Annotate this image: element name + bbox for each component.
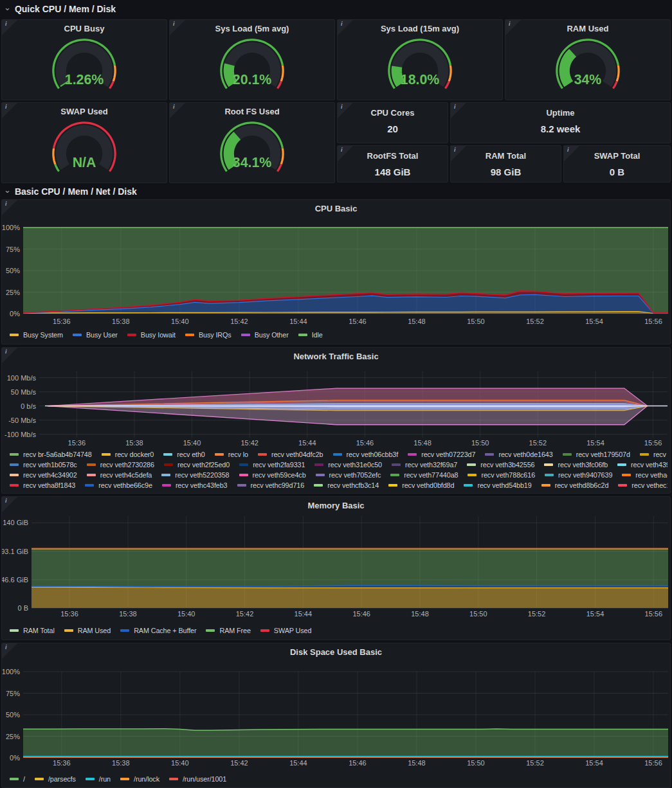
legend-item[interactable]: recv veth5220358	[161, 471, 229, 479]
legend-swatch	[10, 778, 19, 780]
stat-title[interactable]: RootFS Total	[338, 151, 448, 161]
legend-item[interactable]: recv vetha8f1843	[10, 481, 75, 489]
legend-item[interactable]: recv vethbe66c9e	[85, 481, 152, 489]
gauge-title[interactable]: SWAP Used	[2, 107, 167, 116]
legend-label: recv veth07223d7	[421, 451, 475, 458]
cpu-basic-plot[interactable]: 0%25%50%75%100%15:3615:3815:4015:4215:44…	[2, 200, 671, 327]
legend-label: recv veth1b0578c	[23, 461, 77, 469]
panel-title-memory-basic[interactable]: Memory Basic	[2, 501, 670, 510]
legend-item[interactable]: recv veth3b42556	[467, 461, 534, 469]
legend-item[interactable]: recv vethd54bb19	[464, 481, 531, 489]
legend-item[interactable]: Busy Iowait	[127, 331, 176, 339]
gauge-title[interactable]: Sys Load (5m avg)	[170, 24, 334, 33]
legend-item[interactable]: recv veth788c616	[468, 471, 535, 479]
disk-space-plot[interactable]: 0%25%50%75%100%15:3615:3815:4015:4215:44…	[2, 643, 671, 769]
legend-label: recv veth2fa9331	[253, 461, 305, 469]
legend-item[interactable]: /run	[86, 775, 111, 783]
gauge-title[interactable]: CPU Busy	[2, 24, 167, 33]
legend-item[interactable]: recv veth9407639	[545, 471, 612, 479]
legend-item[interactable]: recv vethcfb3c14	[314, 481, 379, 489]
svg-text:0%: 0%	[10, 754, 20, 762]
legend-item[interactable]: recv vethc99d716	[237, 481, 305, 489]
legend-item[interactable]: /parsecfs	[35, 775, 76, 783]
legend-swatch	[87, 474, 96, 476]
legend-item[interactable]: recv docker0	[102, 451, 154, 458]
legend-item[interactable]: recv veth7052efc	[316, 471, 381, 479]
legend-item[interactable]: Busy IRQs	[185, 331, 232, 339]
legend-item[interactable]: /	[10, 775, 25, 783]
legend-item[interactable]: RAM Total	[10, 627, 55, 634]
svg-text:75%: 75%	[6, 246, 20, 253]
legend-item[interactable]: recv vethd8b6c2d	[541, 481, 609, 489]
legend-item[interactable]: Busy User	[73, 331, 118, 339]
legend-item[interactable]: recv veth1814d42	[640, 451, 667, 458]
legend-item[interactable]: recv veth31e0c50	[314, 461, 382, 469]
legend-item[interactable]: recv br-5a6ab4b74748	[10, 451, 92, 458]
gauge-title[interactable]: RAM Used	[505, 24, 670, 33]
legend-item[interactable]: recv veth2730286	[87, 461, 154, 469]
panel-title-disk-space[interactable]: Disk Space Used Basic	[2, 647, 670, 657]
legend-label: recv vethd0bfd8d	[402, 481, 454, 489]
svg-text:15:56: 15:56	[644, 759, 662, 767]
legend-swatch	[162, 484, 171, 487]
legend-item[interactable]: Idle	[298, 331, 323, 339]
legend-item[interactable]: SWAP Used	[260, 627, 312, 634]
legend-item[interactable]: RAM Used	[64, 627, 111, 634]
network-traffic-plot[interactable]: 100 Mb/s50 Mb/s0 b/s-50 Mb/s-100 Mb/s15:…	[2, 348, 671, 449]
legend-item[interactable]: recv veth439c636	[617, 461, 667, 469]
legend-item[interactable]: recv veth59ce4cb	[239, 471, 306, 479]
gauge-title[interactable]: Root FS Used	[170, 107, 334, 116]
legend-item[interactable]: RAM Cache + Buffer	[120, 627, 196, 634]
legend-item[interactable]: recv veth4c5defa	[87, 471, 152, 479]
legend-item[interactable]: recv veth1b0578c	[10, 461, 77, 469]
stat-title[interactable]: SWAP Total	[564, 151, 670, 161]
stat-title[interactable]: Uptime	[451, 108, 670, 118]
panel-title-cpu-basic[interactable]: CPU Basic	[2, 204, 670, 213]
panel-title-network-traffic[interactable]: Network Traffic Basic	[2, 352, 670, 361]
legend-item[interactable]: Busy System	[10, 331, 63, 339]
legend-label: recv veth5220358	[175, 471, 229, 479]
legend-item[interactable]: recv veth179507d	[563, 451, 630, 458]
legend-item[interactable]: recv eth0	[163, 451, 205, 458]
legend-item[interactable]: recv vetha41142a	[622, 471, 667, 479]
legend-label: recv vethec1dc91	[631, 481, 667, 489]
legend-item[interactable]: recv veth2f25ed0	[164, 461, 230, 469]
gauge-title[interactable]: Sys Load (15m avg)	[338, 24, 502, 33]
legend-item[interactable]: recv vethc43feb3	[162, 481, 228, 489]
legend-label: recv br-5a6ab4b74748	[23, 451, 92, 458]
legend-item[interactable]: recv veth04dfc2b	[258, 451, 323, 458]
legend-swatch	[468, 474, 477, 476]
section-title-basic: Basic CPU / Mem / Net / Disk	[15, 186, 137, 197]
section-header-quick[interactable]: ⌄ Quick CPU / Mem / Disk	[0, 0, 672, 18]
legend-item[interactable]: recv veth3fc06fb	[544, 461, 608, 469]
stat-title[interactable]: RAM Total	[451, 151, 561, 161]
section-header-basic[interactable]: ⌄ Basic CPU / Mem / Net / Disk	[0, 183, 672, 201]
legend-item[interactable]: recv lo	[215, 451, 248, 458]
legend-item[interactable]: recv vethec1dc91	[618, 481, 667, 489]
legend-item[interactable]: recv veth4c34902	[10, 471, 77, 479]
legend-item[interactable]: recv veth07223d7	[408, 451, 475, 458]
legend-label: recv vethcfb3c14	[327, 481, 379, 489]
legend-item[interactable]: recv veth32f69a7	[392, 461, 457, 469]
legend-item[interactable]: recv veth2fa9331	[239, 461, 305, 469]
legend-swatch	[464, 484, 473, 487]
svg-text:15:54: 15:54	[586, 439, 604, 447]
legend-label: recv veth9407639	[558, 471, 612, 479]
legend-item[interactable]: /run/lock	[120, 775, 159, 783]
legend-item[interactable]: recv veth0de1643	[485, 451, 552, 458]
stat-title[interactable]: CPU Cores	[338, 108, 448, 118]
svg-text:15:44: 15:44	[289, 759, 307, 767]
legend-item[interactable]: RAM Free	[206, 627, 250, 634]
legend-label: recv veth3b42556	[480, 461, 534, 469]
legend-swatch	[260, 629, 269, 632]
legend-label: recv veth179507d	[576, 451, 630, 458]
legend-item[interactable]: recv vethd0bfd8d	[388, 481, 454, 489]
legend-swatch	[10, 453, 19, 456]
memory-basic-plot[interactable]: 0 B46.6 GiB93.1 GiB140 GiB15:3615:3815:4…	[2, 497, 671, 620]
legend-item[interactable]: recv veth06cbb3f	[333, 451, 399, 458]
legend-item[interactable]: /run/user/1001	[169, 775, 226, 783]
legend-label: RAM Cache + Buffer	[134, 627, 196, 634]
legend-item[interactable]: recv veth77440a8	[390, 471, 458, 479]
legend-item[interactable]: Busy Other	[241, 331, 289, 339]
legend-swatch	[87, 463, 96, 466]
